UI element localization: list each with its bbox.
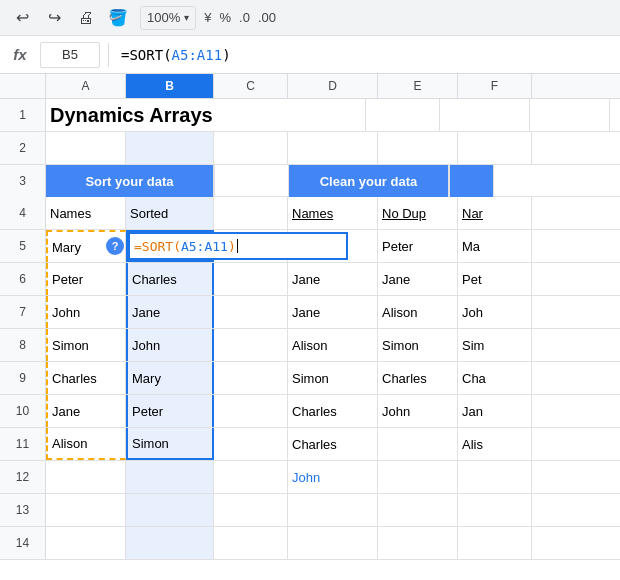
cell-f2[interactable] — [458, 132, 532, 164]
col-header-d[interactable]: D — [288, 74, 378, 98]
zoom-selector[interactable]: 100% ▾ — [140, 6, 196, 30]
print-button[interactable]: 🖨 — [72, 4, 100, 32]
cell-e10[interactable]: John — [378, 395, 458, 427]
redo-button[interactable]: ↪ — [40, 4, 68, 32]
col-header-e[interactable]: E — [378, 74, 458, 98]
cell-a14[interactable] — [46, 527, 126, 559]
cell-a7[interactable]: John — [46, 296, 126, 328]
cell-c14[interactable] — [214, 527, 288, 559]
cell-b11[interactable]: Simon — [126, 428, 214, 460]
formula-input[interactable]: =SORT(A5:A11) — [117, 42, 612, 68]
cell-d8[interactable]: Alison — [288, 329, 378, 361]
cell-b7[interactable]: Jane — [126, 296, 214, 328]
row-num-14: 14 — [0, 527, 46, 559]
cell-e13[interactable] — [378, 494, 458, 526]
cell-f9[interactable]: Cha — [458, 362, 532, 394]
cell-c2[interactable] — [214, 132, 288, 164]
cell-b4[interactable]: Sorted — [126, 197, 214, 229]
cell-c1[interactable] — [366, 99, 440, 131]
cell-d4[interactable]: Names — [288, 197, 378, 229]
cell-e7[interactable]: Alison — [378, 296, 458, 328]
cell-f8[interactable]: Sim — [458, 329, 532, 361]
cell-b9[interactable]: Mary — [126, 362, 214, 394]
cell-b10[interactable]: Peter — [126, 395, 214, 427]
cell-b2[interactable] — [126, 132, 214, 164]
a7-value: John — [52, 305, 80, 320]
cell-d7[interactable]: Jane — [288, 296, 378, 328]
cell-e6[interactable]: Jane — [378, 263, 458, 295]
cell-c13[interactable] — [214, 494, 288, 526]
cell-f10[interactable]: Jan — [458, 395, 532, 427]
cell-e5[interactable]: Peter — [378, 230, 458, 262]
decimal1-label[interactable]: .0 — [239, 10, 250, 25]
cell-d9[interactable]: Simon — [288, 362, 378, 394]
cell-f7[interactable]: Joh — [458, 296, 532, 328]
cell-d10[interactable]: Charles — [288, 395, 378, 427]
paint-format-button[interactable]: 🪣 — [104, 4, 132, 32]
cell-c3[interactable] — [215, 165, 289, 197]
cell-e1[interactable] — [530, 99, 610, 131]
cell-a6[interactable]: Peter — [46, 263, 126, 295]
cell-b12[interactable] — [126, 461, 214, 493]
col-header-f[interactable]: F — [458, 74, 532, 98]
cell-a12[interactable] — [46, 461, 126, 493]
cell-reference-box[interactable]: B5 — [40, 42, 100, 68]
decimal2-label[interactable]: .00 — [258, 10, 276, 25]
cell-f3 — [450, 165, 494, 197]
cell-d13[interactable] — [288, 494, 378, 526]
cell-b6[interactable]: Charles — [126, 263, 214, 295]
percent-label[interactable]: % — [219, 10, 231, 25]
cell-d11[interactable]: Charles — [288, 428, 378, 460]
cell-d14[interactable] — [288, 527, 378, 559]
cell-e4[interactable]: No Dup — [378, 197, 458, 229]
question-mark-tooltip[interactable]: ? — [106, 237, 124, 255]
cell-f13[interactable] — [458, 494, 532, 526]
cell-c4[interactable] — [214, 197, 288, 229]
cell-a3-header[interactable]: Sort your data — [46, 165, 214, 197]
col-header-c[interactable]: C — [214, 74, 288, 98]
cell-a1[interactable]: Dynamics Arrays — [46, 99, 366, 131]
cell-e14[interactable] — [378, 527, 458, 559]
cell-f4[interactable]: Nar — [458, 197, 532, 229]
cell-d6[interactable]: Jane — [288, 263, 378, 295]
cell-c9[interactable] — [214, 362, 288, 394]
currency-label[interactable]: ¥ — [204, 10, 211, 25]
cell-e9[interactable]: Charles — [378, 362, 458, 394]
col-header-a[interactable]: A — [46, 74, 126, 98]
cell-c6[interactable] — [214, 263, 288, 295]
cell-e2[interactable] — [378, 132, 458, 164]
cell-f1[interactable] — [610, 99, 620, 131]
cell-c7[interactable] — [214, 296, 288, 328]
cell-b5[interactable]: ? =SORT(A5:A11) — [126, 230, 214, 262]
cell-d3-header[interactable]: Clean your data — [289, 165, 449, 197]
d7-value: Jane — [292, 305, 320, 320]
cell-f5[interactable]: Ma — [458, 230, 532, 262]
cell-b8[interactable]: John — [126, 329, 214, 361]
cell-b13[interactable] — [126, 494, 214, 526]
b9-value: Mary — [132, 371, 161, 386]
cell-a2[interactable] — [46, 132, 126, 164]
cell-a13[interactable] — [46, 494, 126, 526]
cell-e11[interactable] — [378, 428, 458, 460]
cell-e12[interactable] — [378, 461, 458, 493]
cell-b14[interactable] — [126, 527, 214, 559]
cell-c10[interactable] — [214, 395, 288, 427]
cell-c8[interactable] — [214, 329, 288, 361]
cell-a10[interactable]: Jane — [46, 395, 126, 427]
cell-f11[interactable]: Alis — [458, 428, 532, 460]
cell-f6[interactable]: Pet — [458, 263, 532, 295]
cell-d1[interactable] — [440, 99, 530, 131]
cell-a4[interactable]: Names — [46, 197, 126, 229]
cell-d2[interactable] — [288, 132, 378, 164]
cell-a9[interactable]: Charles — [46, 362, 126, 394]
cell-a11[interactable]: Alison — [46, 428, 126, 460]
undo-button[interactable]: ↩ — [8, 4, 36, 32]
cell-c12[interactable] — [214, 461, 288, 493]
cell-f14[interactable] — [458, 527, 532, 559]
col-header-b[interactable]: B — [126, 74, 214, 98]
cell-c11[interactable] — [214, 428, 288, 460]
cell-e8[interactable]: Simon — [378, 329, 458, 361]
cell-f12[interactable] — [458, 461, 532, 493]
cell-d12[interactable]: John — [288, 461, 378, 493]
cell-a8[interactable]: Simon — [46, 329, 126, 361]
